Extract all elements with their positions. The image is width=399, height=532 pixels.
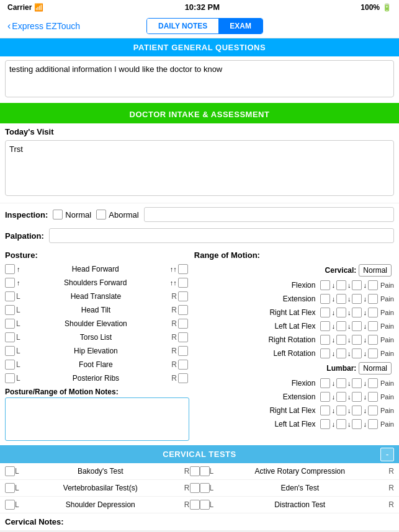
le-c3[interactable]	[352, 392, 362, 402]
rrot-c2[interactable]	[336, 335, 346, 345]
pr-check-l[interactable]	[5, 373, 15, 383]
back-button[interactable]: ‹ Express EZTouch	[7, 20, 80, 32]
pr-l: L	[16, 374, 20, 383]
lumbar-label: Lumbar:	[194, 364, 359, 373]
flex-c3[interactable]	[352, 280, 362, 290]
lf-c4[interactable]	[368, 378, 378, 388]
lf-arr3: ↓	[363, 379, 367, 387]
lrot-c3[interactable]	[352, 348, 362, 358]
llf-c2[interactable]	[336, 321, 346, 331]
lf-c2[interactable]	[336, 378, 346, 388]
patient-notes-input[interactable]: testing additional information I would l…	[5, 60, 394, 97]
rom-l-right-lat-flex: Right Lat Flex ↓ ↓ ↓ Pain	[192, 404, 397, 417]
lrot-c2[interactable]	[336, 348, 346, 358]
llf-c3[interactable]	[352, 321, 362, 331]
lllf-c3[interactable]	[352, 419, 362, 429]
test-row-1: L Bakody's Test R L Active Rotary Compre…	[0, 463, 399, 480]
tab-exam[interactable]: EXAM	[218, 19, 262, 33]
tab-daily-notes[interactable]: DAILY NOTES	[147, 19, 218, 33]
cervical-normal-button[interactable]: Normal	[359, 264, 392, 277]
tl-check-l[interactable]	[5, 332, 15, 342]
se-check-l[interactable]	[5, 319, 15, 329]
pr-check-r[interactable]	[178, 373, 188, 383]
se-check-r[interactable]	[178, 319, 188, 329]
back-label[interactable]: Express EZTouch	[12, 21, 80, 31]
rlf-c4[interactable]	[368, 308, 378, 317]
vertebro-r: R	[184, 484, 190, 492]
sd-check-l[interactable]	[5, 500, 15, 510]
lumbar-normal-button[interactable]: Normal	[359, 362, 392, 375]
lllf-c2[interactable]	[336, 419, 346, 429]
dist-check-l[interactable]	[200, 500, 210, 510]
eden-r: R	[388, 484, 394, 492]
rrot-c3[interactable]	[352, 335, 362, 345]
ext-c2[interactable]	[336, 294, 346, 304]
ht-check-l[interactable]	[5, 291, 15, 301]
eden-name: Eden's Test	[213, 484, 386, 492]
llf-arr1: ↓	[331, 322, 335, 330]
abnormal-checkbox[interactable]	[96, 210, 106, 219]
htilt-check-l[interactable]	[5, 305, 15, 315]
sf-check-r[interactable]	[178, 278, 188, 288]
lllf-c1[interactable]	[320, 419, 330, 429]
sd-check-r[interactable]	[190, 500, 200, 510]
posture-row-head-tilt: L Head Tilt R	[2, 303, 192, 317]
bakody-check-l[interactable]	[5, 466, 15, 476]
ext-c1[interactable]	[320, 294, 330, 304]
rrot-c1[interactable]	[320, 335, 330, 345]
inspection-input[interactable]	[144, 207, 394, 222]
collapse-button[interactable]: -	[380, 448, 394, 461]
le-c4[interactable]	[368, 392, 378, 402]
rlf-c1[interactable]	[320, 308, 330, 317]
rlf-arr3: ↓	[363, 309, 367, 316]
eden-l: L	[210, 484, 214, 492]
arc-l: L	[210, 467, 214, 476]
llf-c4[interactable]	[368, 321, 378, 331]
posture-notes-input[interactable]	[5, 397, 189, 441]
visit-input[interactable]: Trst	[5, 140, 394, 196]
palpation-input[interactable]	[49, 228, 394, 243]
lf-c1[interactable]	[320, 378, 330, 388]
bakody-check-r[interactable]	[190, 466, 200, 476]
he-check-l[interactable]	[5, 346, 15, 356]
rlf-c3[interactable]	[352, 308, 362, 317]
rlf-c2[interactable]	[336, 308, 346, 317]
ht-check-r[interactable]	[178, 291, 188, 301]
lf-arr1: ↓	[331, 379, 335, 387]
lrlf-c4[interactable]	[368, 406, 378, 415]
arc-check-l[interactable]	[200, 466, 210, 476]
lllf-c4[interactable]	[368, 419, 378, 429]
le-c2[interactable]	[336, 392, 346, 402]
ff-check-r[interactable]	[178, 360, 188, 370]
tl-check-r[interactable]	[178, 332, 188, 342]
le-c1[interactable]	[320, 392, 330, 402]
normal-checkbox[interactable]	[53, 210, 63, 219]
ff-check-l[interactable]	[5, 360, 15, 370]
he-check-r[interactable]	[178, 346, 188, 356]
vertebro-check-l[interactable]	[5, 483, 15, 493]
htilt-check-r[interactable]	[178, 305, 188, 315]
lrot-c4[interactable]	[368, 348, 378, 358]
sf-check[interactable]	[5, 278, 15, 288]
rrot-c4[interactable]	[368, 335, 378, 345]
se-label: Shoulder Elevation	[20, 319, 171, 328]
patient-section-header: PATIENT GENERAL QUESTIONS	[0, 38, 399, 56]
lrot-c1[interactable]	[320, 348, 330, 358]
flex-c2[interactable]	[336, 280, 346, 290]
lllf-arr1: ↓	[331, 420, 335, 428]
hf-check-r[interactable]	[178, 264, 188, 274]
sd-l: L	[15, 500, 19, 509]
eden-check-l[interactable]	[200, 483, 210, 493]
ext-c4[interactable]	[368, 294, 378, 304]
vertebro-check-r[interactable]	[190, 483, 200, 493]
lf-c3[interactable]	[352, 378, 362, 388]
pr-label: Posterior Ribs	[20, 374, 171, 383]
lrlf-c2[interactable]	[336, 406, 346, 415]
flex-c1[interactable]	[320, 280, 330, 290]
flex-c4[interactable]	[368, 280, 378, 290]
ext-c3[interactable]	[352, 294, 362, 304]
llf-c1[interactable]	[320, 321, 330, 331]
lrlf-c3[interactable]	[352, 406, 362, 415]
lrlf-c1[interactable]	[320, 406, 330, 415]
hf-check[interactable]	[5, 264, 15, 274]
